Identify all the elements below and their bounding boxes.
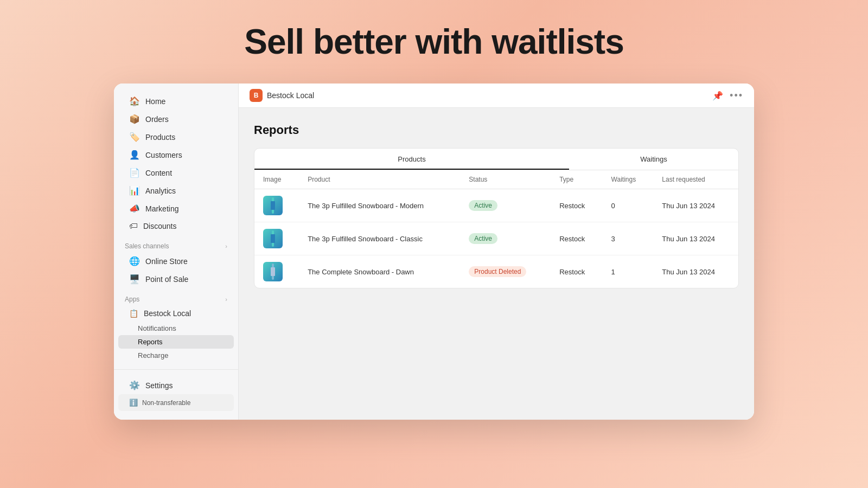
table-row: The 3p Fulfilled Snowboard - ModernActiv… — [254, 189, 738, 222]
status-badge: Active — [469, 200, 497, 211]
col-status: Status — [460, 170, 551, 189]
reports-table-container: Products Waitings Image Product Status T… — [254, 148, 739, 288]
sidebar-item-discounts[interactable]: 🏷 Discounts — [118, 217, 234, 235]
topbar-right: 📌 ••• — [712, 90, 743, 101]
table-section-headers: Products Waitings — [254, 149, 738, 170]
sidebar-bottom: ⚙️ Settings ℹ️ Non-transferable — [114, 369, 238, 411]
apps-section: Apps › — [114, 288, 238, 305]
analytics-icon: 📊 — [129, 185, 140, 196]
product-name-cell: The Complete Snowboard - Dawn — [299, 255, 460, 288]
marketing-icon: 📣 — [129, 203, 140, 214]
bestock-icon: 📋 — [129, 309, 138, 318]
more-icon[interactable]: ••• — [730, 90, 743, 101]
waitings-cell: 0 — [603, 189, 654, 222]
non-transferable-badge[interactable]: ℹ️ Non-transferable — [118, 394, 234, 411]
sidebar-item-content[interactable]: 📄 Content — [118, 164, 234, 182]
main-content: B Bestock Local 📌 ••• Reports Products W… — [239, 84, 754, 420]
pin-icon[interactable]: 📌 — [712, 91, 723, 101]
table-row: The 3p Fulfilled Snowboard - ClassicActi… — [254, 222, 738, 255]
svg-rect-1 — [271, 201, 275, 210]
sidebar-sub-item-reports[interactable]: Reports — [118, 335, 234, 349]
page-title: Reports — [254, 123, 739, 137]
topbar: B Bestock Local 📌 ••• — [239, 84, 754, 108]
products-icon: 🏷️ — [129, 132, 140, 142]
apps-chevron-icon: › — [225, 296, 227, 303]
app-logo-icon: B — [250, 89, 263, 102]
last-requested-cell: Thu Jun 13 2024 — [653, 189, 738, 222]
table-header-row: Image Product Status Type Waitings Last … — [254, 170, 738, 189]
product-image-cell — [254, 222, 299, 255]
sidebar-item-analytics[interactable]: 📊 Analytics — [118, 182, 234, 200]
sidebar-sub-item-notifications[interactable]: Notifications — [118, 322, 234, 335]
sidebar-item-marketing[interactable]: 📣 Marketing — [118, 200, 234, 217]
type-cell: Restock — [551, 255, 602, 288]
sidebar: 🏠 Home 📦 Orders 🏷️ Products 👤 Customers … — [114, 84, 239, 420]
last-requested-cell: Thu Jun 13 2024 — [653, 222, 738, 255]
sidebar-item-bestock-local[interactable]: 📋 Bestock Local — [118, 305, 234, 322]
online-store-icon: 🌐 — [129, 256, 140, 266]
svg-rect-3 — [271, 234, 275, 243]
col-last-requested: Last requested — [653, 170, 738, 189]
orders-icon: 📦 — [129, 114, 140, 124]
col-type: Type — [551, 170, 602, 189]
pos-icon: 🖥️ — [129, 274, 140, 284]
svg-rect-5 — [271, 267, 275, 276]
col-waitings: Waitings — [603, 170, 654, 189]
hero-title: Sell better with waitlists — [244, 22, 624, 62]
sidebar-item-home[interactable]: 🏠 Home — [118, 92, 234, 110]
type-cell: Restock — [551, 189, 602, 222]
sidebar-item-customers[interactable]: 👤 Customers — [118, 146, 234, 164]
home-icon: 🏠 — [129, 96, 140, 106]
discounts-icon: 🏷 — [129, 221, 138, 231]
waitings-cell: 3 — [603, 222, 654, 255]
status-badge: Product Deleted — [469, 266, 526, 277]
waitings-cell: 1 — [603, 255, 654, 288]
sales-channels-section: Sales channels › — [114, 235, 238, 252]
status-cell: Active — [460, 222, 551, 255]
reports-table: Image Product Status Type Waitings Last … — [254, 170, 738, 288]
sidebar-item-orders[interactable]: 📦 Orders — [118, 110, 234, 128]
sidebar-item-settings[interactable]: ⚙️ Settings — [118, 376, 234, 394]
topbar-left: B Bestock Local — [250, 89, 314, 102]
settings-icon: ⚙️ — [129, 380, 140, 390]
product-thumbnail — [263, 262, 283, 281]
product-name-cell: The 3p Fulfilled Snowboard - Modern — [299, 189, 460, 222]
sidebar-sub-item-recharge[interactable]: Recharge — [118, 349, 234, 362]
product-image-cell — [254, 189, 299, 222]
col-product: Product — [299, 170, 460, 189]
info-icon: ℹ️ — [129, 399, 138, 407]
sidebar-item-products[interactable]: 🏷️ Products — [118, 128, 234, 146]
status-cell: Product Deleted — [460, 255, 551, 288]
col-image: Image — [254, 170, 299, 189]
product-thumbnail — [263, 229, 283, 248]
waitings-section-label: Waitings — [569, 149, 738, 170]
browser-window: 🏠 Home 📦 Orders 🏷️ Products 👤 Customers … — [114, 84, 754, 420]
content-icon: 📄 — [129, 168, 140, 178]
content-area: Reports Products Waitings Image Product … — [239, 108, 754, 420]
last-requested-cell: Thu Jun 13 2024 — [653, 255, 738, 288]
table-row: The Complete Snowboard - DawnProduct Del… — [254, 255, 738, 288]
customers-icon: 👤 — [129, 150, 140, 160]
status-badge: Active — [469, 233, 497, 244]
product-name-cell: The 3p Fulfilled Snowboard - Classic — [299, 222, 460, 255]
status-cell: Active — [460, 189, 551, 222]
chevron-icon: › — [225, 243, 227, 249]
sidebar-item-online-store[interactable]: 🌐 Online Store — [118, 252, 234, 270]
type-cell: Restock — [551, 222, 602, 255]
product-thumbnail — [263, 196, 283, 215]
product-image-cell — [254, 255, 299, 288]
products-section-label: Products — [254, 149, 569, 170]
sidebar-item-point-of-sale[interactable]: 🖥️ Point of Sale — [118, 270, 234, 288]
